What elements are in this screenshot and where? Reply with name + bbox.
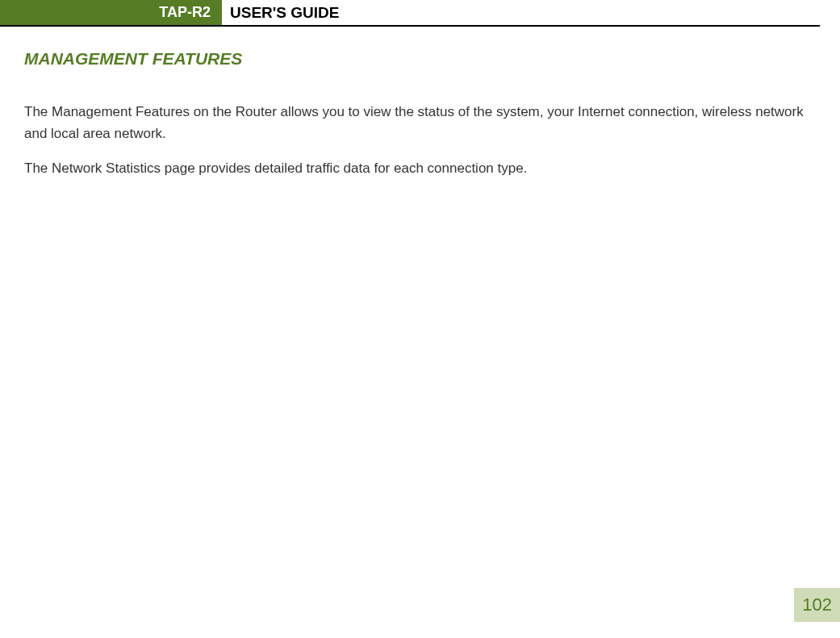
body-paragraph: The Management Features on the Router al… xyxy=(24,101,820,144)
product-badge: TAP-R2 xyxy=(0,0,222,25)
page-number: 102 xyxy=(794,588,840,622)
body-paragraph: The Network Statistics page provides det… xyxy=(24,157,820,179)
document-header: TAP-R2 USER'S GUIDE xyxy=(0,0,820,27)
document-title: USER'S GUIDE xyxy=(222,0,339,25)
section-heading: MANAGEMENT FEATURES xyxy=(24,49,820,69)
page-content: MANAGEMENT FEATURES The Management Featu… xyxy=(0,27,840,180)
